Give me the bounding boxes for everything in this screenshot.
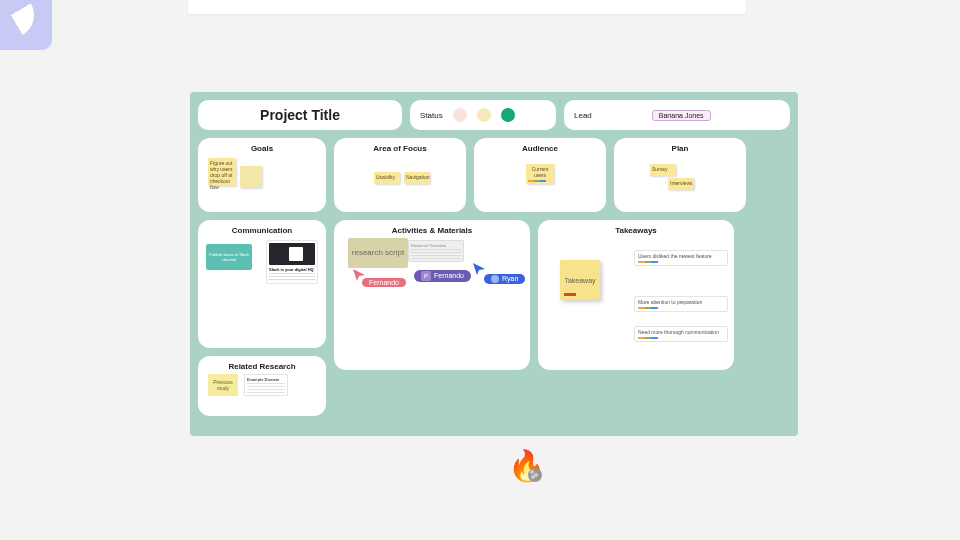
communication-thumb-lines <box>269 273 315 281</box>
collaborator-avatar-p: P <box>421 271 431 281</box>
reaction-fire-badge[interactable]: 🔥 <box>508 448 545 483</box>
collaborator-tag-purple[interactable]: PFernando <box>414 270 471 282</box>
row-top: Goals Figure out why users drop off at c… <box>198 138 790 212</box>
plan-sticky-1[interactable]: Survey <box>650 164 676 176</box>
takeaway-line-1-text: Users disliked the newest feature <box>638 253 712 259</box>
research-doc-lines <box>247 383 285 393</box>
takeaway-line-2-accent-icon <box>638 307 658 309</box>
takeaway-line-2-text: More attention to preparation <box>638 299 702 305</box>
activities-heading: Activities & Materials <box>342 226 522 235</box>
takeaway-line-2[interactable]: More attention to preparation <box>634 296 728 312</box>
plan-card[interactable]: Plan Survey Interviews <box>614 138 746 212</box>
collaborator-name-purple: Fernando <box>434 272 464 279</box>
status-label: Status <box>420 111 443 120</box>
project-board[interactable]: Project Title Status Lead Banana Jones G… <box>190 92 798 436</box>
collaborator-tag-pink[interactable]: Fernando <box>362 278 406 287</box>
communication-card[interactable]: Communication Publish status in Slack ch… <box>198 220 326 348</box>
audience-card[interactable]: Audience Current users <box>474 138 606 212</box>
collaborator-dot-icon <box>491 275 499 283</box>
top-toolbar-strip <box>188 0 746 14</box>
communication-heading: Communication <box>206 226 318 235</box>
audience-heading: Audience <box>482 144 598 153</box>
research-sticky[interactable]: Previous study <box>208 374 238 396</box>
status-dot-pink-icon[interactable] <box>453 108 467 122</box>
activities-research-script[interactable]: research script <box>348 238 408 268</box>
goals-card[interactable]: Goals Figure out why users drop off at c… <box>198 138 326 212</box>
communication-thumb-caption: Slack is your digital HQ <box>269 267 315 272</box>
takeaways-big-sticky[interactable]: Takeaway <box>560 260 600 300</box>
moon-avatar-icon <box>528 468 542 482</box>
status-dot-yellow-icon[interactable] <box>477 108 491 122</box>
takeaways-sticky-accent-icon <box>564 293 576 296</box>
lead-name-tag[interactable]: Banana Jones <box>652 110 711 121</box>
related-research-card[interactable]: Related Research Previous study Example … <box>198 356 326 416</box>
takeaway-line-1[interactable]: Users disliked the newest feature <box>634 250 728 266</box>
takeaway-line-3-accent-icon <box>638 337 658 339</box>
project-title[interactable]: Project Title <box>198 100 402 130</box>
logo-arc <box>0 0 42 46</box>
takeaways-card[interactable]: Takeaways Takeaway Users disliked the ne… <box>538 220 734 370</box>
header-row: Project Title Status Lead Banana Jones <box>198 100 790 130</box>
row-bottom: Communication Publish status in Slack ch… <box>198 220 790 416</box>
focus-heading: Area of Focus <box>342 144 458 153</box>
goals-sticky-1[interactable]: Figure out why users drop off at checkou… <box>208 158 236 186</box>
communication-thumb-image <box>269 243 315 265</box>
lead-card[interactable]: Lead Banana Jones <box>564 100 790 130</box>
collaborator-tag-blue[interactable]: Ryan <box>484 274 525 284</box>
activities-card[interactable]: Activities & Materials research script R… <box>334 220 530 370</box>
research-doc-title: Example Domain <box>247 377 285 382</box>
related-research-heading: Related Research <box>206 362 318 371</box>
plan-heading: Plan <box>622 144 738 153</box>
collaborator-name-blue: Ryan <box>502 275 518 282</box>
lead-label: Lead <box>574 111 592 120</box>
goals-sticky-blank[interactable] <box>240 166 262 188</box>
status-card[interactable]: Status <box>410 100 556 130</box>
status-dot-green-icon[interactable] <box>501 108 515 122</box>
takeaway-line-1-accent-icon <box>638 261 658 263</box>
communication-teal-sticky[interactable]: Publish status in Slack channel <box>206 244 252 270</box>
communication-thumbnail[interactable]: Slack is your digital HQ <box>266 240 318 284</box>
audience-accent-icon <box>528 180 546 182</box>
goals-heading: Goals <box>206 144 318 153</box>
takeaway-line-3-text: Need more thorough communication <box>638 329 719 335</box>
plan-sticky-2[interactable]: Interviews <box>668 178 694 190</box>
takeaways-heading: Takeaways <box>546 226 726 235</box>
takeaways-big-sticky-label: Takeaway <box>564 277 595 284</box>
research-doc-thumb[interactable]: Example Domain <box>244 374 288 396</box>
focus-card[interactable]: Area of Focus Usability Navigation <box>334 138 466 212</box>
activities-overview-doc[interactable]: Research Overview <box>408 240 464 262</box>
focus-sticky-1[interactable]: Usability <box>374 172 400 184</box>
app-logo-corner <box>0 0 52 50</box>
takeaway-line-3[interactable]: Need more thorough communication <box>634 326 728 342</box>
left-column: Communication Publish status in Slack ch… <box>198 220 326 416</box>
activities-overview-title: Research Overview <box>411 243 461 248</box>
focus-sticky-2[interactable]: Navigation <box>404 172 430 184</box>
activities-overview-lines <box>411 249 461 259</box>
